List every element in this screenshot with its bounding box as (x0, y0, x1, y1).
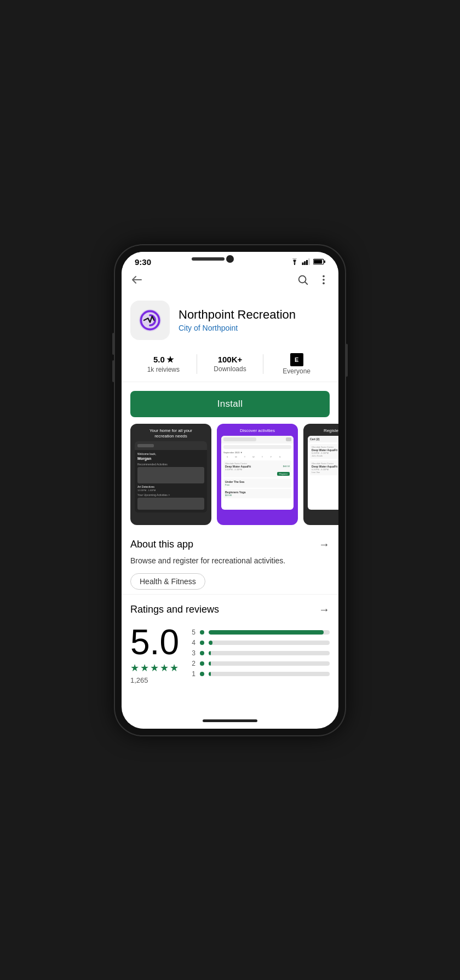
bar-label-5: 5 (190, 629, 196, 636)
app-name: Northpoint Recreation (179, 308, 330, 322)
bar-fill-5 (209, 630, 324, 635)
top-nav (122, 269, 338, 294)
phone-screen: 9:30 (122, 252, 338, 729)
battery-icon (313, 258, 325, 265)
svg-rect-1 (302, 263, 304, 266)
screenshot-2: Discover activities September 2023 ▼ S M (217, 424, 298, 525)
main-content[interactable]: About this app → Browse and register for… (122, 529, 338, 713)
about-header: About this app → (130, 538, 330, 551)
bar-fill-2 (209, 661, 211, 666)
install-section: Install (122, 387, 338, 424)
svg-point-11 (323, 282, 325, 284)
about-arrow-icon[interactable]: → (319, 538, 330, 551)
bar-row-4: 4 (190, 639, 330, 647)
phone-frame: 9:30 (115, 245, 345, 735)
bar-label-2: 2 (190, 660, 196, 667)
downloads-stat: 100K+ Downloads (197, 355, 263, 373)
svg-point-0 (294, 264, 295, 265)
downloads-value: 100K+ (218, 355, 243, 364)
star-1: ★ (130, 662, 139, 674)
svg-rect-2 (304, 261, 306, 265)
age-rating-label: Everyone (283, 367, 311, 375)
svg-rect-4 (308, 258, 310, 265)
stars-row: ★ ★ ★ ★ ★ (130, 662, 179, 674)
ratings-arrow-icon[interactable]: → (319, 603, 330, 616)
about-description: Browse and register for recreational act… (130, 555, 330, 567)
bar-dot-4 (200, 641, 204, 645)
bar-label-3: 3 (190, 649, 196, 657)
bars-section: 5 4 (190, 629, 330, 681)
svg-rect-7 (314, 260, 322, 263)
star-icon: ★ (166, 355, 174, 365)
screenshot-1: Your home for all yourrecreation needs W… (130, 424, 211, 525)
bar-dot-2 (200, 661, 204, 666)
bar-fill-3 (209, 651, 211, 655)
bar-track-1 (209, 672, 330, 676)
bar-track-2 (209, 661, 330, 666)
vol-down-button (112, 360, 114, 382)
bar-row-1: 1 (190, 670, 330, 678)
about-section: About this app → Browse and register for… (122, 529, 338, 594)
search-icon[interactable] (297, 274, 309, 289)
star-5: ★ (170, 662, 179, 674)
bar-dot-5 (200, 630, 204, 635)
install-button[interactable]: Install (130, 391, 330, 417)
screenshot-3: Register for activities Cart (2) Glendal… (303, 424, 338, 525)
app-developer[interactable]: City of Northpoint (179, 324, 330, 332)
bar-dot-3 (200, 651, 204, 655)
back-button[interactable] (130, 273, 143, 290)
status-icons (290, 258, 325, 265)
star-4: ★ (160, 662, 169, 674)
signal-icon (302, 258, 311, 265)
bar-dot-1 (200, 672, 204, 676)
bar-track-3 (209, 651, 330, 655)
vol-up-button (112, 333, 114, 355)
camera-notch (226, 255, 234, 263)
home-indicator (203, 719, 257, 722)
rating-left: 5.0 ★ ★ ★ ★ ★ 1,265 (130, 625, 179, 684)
bar-fill-1 (209, 672, 211, 676)
downloads-label: Downloads (214, 365, 246, 373)
bar-row-3: 3 (190, 649, 330, 657)
screenshot-2-label: Discover activities (217, 424, 298, 436)
age-rating-value: E (290, 353, 303, 366)
bar-track-4 (209, 641, 330, 645)
bottom-bar (122, 713, 338, 729)
screenshot-1-label: Your home for all yourrecreation needs (130, 424, 211, 442)
ratings-title: Ratings and reviews (130, 604, 219, 615)
bar-track-5 (209, 630, 330, 635)
svg-rect-3 (306, 260, 308, 265)
screenshot-3-label: Register for activities (303, 424, 338, 436)
stats-row: 5.0 ★ 1k reiviews 100K+ Downloads E Ever… (122, 347, 338, 382)
everyone-icon: E (290, 353, 303, 366)
bar-row-5: 5 (190, 629, 330, 636)
big-rating-value: 5.0 (130, 625, 179, 660)
rating-label: 1k reiviews (147, 366, 180, 373)
bar-label-1: 1 (190, 670, 196, 678)
svg-rect-6 (324, 261, 325, 263)
health-fitness-tag[interactable]: Health & Fitness (130, 573, 205, 590)
bar-fill-4 (209, 641, 212, 645)
screenshots-scroll[interactable]: Your home for all yourrecreation needs W… (130, 424, 338, 525)
svg-point-9 (323, 275, 325, 277)
power-button (346, 344, 348, 377)
svg-point-12 (139, 309, 162, 331)
app-icon (130, 301, 170, 340)
star-3: ★ (150, 662, 159, 674)
status-time: 9:30 (135, 257, 151, 267)
age-stat: E Everyone (263, 353, 330, 375)
more-options-icon[interactable] (318, 274, 330, 289)
about-title: About this app (130, 539, 193, 550)
rating-value: 5.0 ★ (153, 355, 174, 365)
ratings-header: Ratings and reviews → (130, 603, 330, 616)
ratings-content: 5.0 ★ ★ ★ ★ ★ 1,265 (130, 625, 330, 684)
app-header: Northpoint Recreation City of Northpoint (122, 294, 338, 347)
bar-label-4: 4 (190, 639, 196, 647)
screenshots-section: Your home for all yourrecreation needs W… (122, 424, 338, 529)
rating-stat: 5.0 ★ 1k reiviews (130, 355, 197, 373)
svg-point-10 (323, 279, 325, 281)
ratings-section: Ratings and reviews → 5.0 ★ ★ ★ ★ ★ (122, 594, 338, 693)
bar-row-2: 2 (190, 660, 330, 667)
star-2: ★ (140, 662, 149, 674)
wifi-icon (290, 258, 299, 265)
